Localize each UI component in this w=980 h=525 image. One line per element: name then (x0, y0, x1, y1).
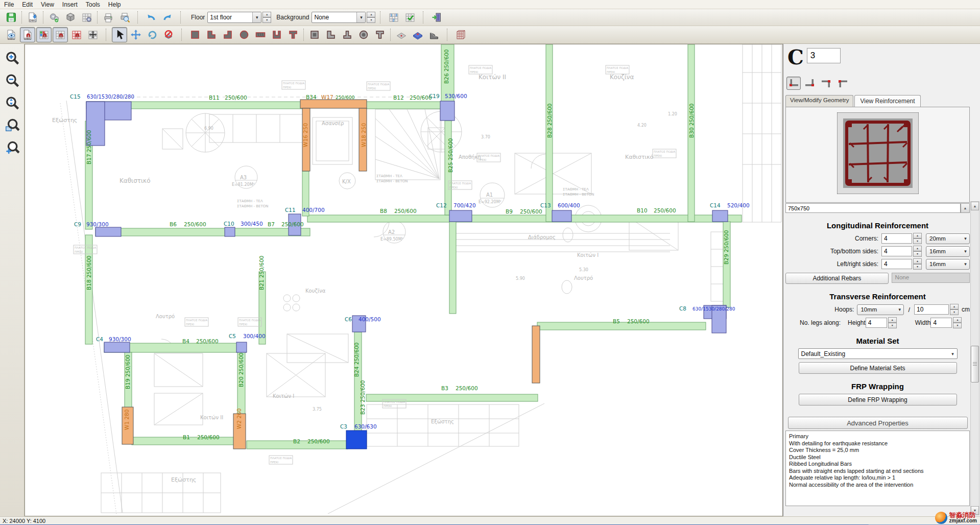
snap-red-button[interactable] (69, 27, 84, 42)
shear-wall[interactable] (532, 326, 540, 383)
print-button[interactable] (101, 10, 116, 25)
check-grid-button[interactable] (402, 10, 418, 25)
orientation-icon-2[interactable] (803, 77, 817, 90)
legs-height-spinner[interactable]: ▴▾ (888, 317, 897, 328)
legs-width-input[interactable] (930, 318, 952, 328)
shear-wall[interactable] (300, 100, 367, 108)
zoom-extents-button[interactable] (3, 94, 21, 112)
rebar-diameter-combo[interactable]: 16mm▾ (926, 259, 970, 270)
select-arrow-button[interactable] (112, 27, 127, 42)
wall-T-button[interactable] (340, 27, 355, 42)
grid-settings-button[interactable] (79, 10, 94, 25)
beam[interactable] (449, 222, 456, 314)
menu-edit[interactable]: Edit (18, 1, 37, 9)
menu-file[interactable]: File (0, 1, 18, 9)
column[interactable] (95, 227, 121, 236)
zoom-pan-button[interactable] (3, 139, 21, 157)
chevron-down-icon[interactable]: ▾ (252, 12, 261, 22)
section-size-field[interactable] (785, 203, 961, 213)
beam[interactable] (364, 102, 441, 109)
advanced-properties-button[interactable]: Advanced Properties (788, 417, 968, 429)
column[interactable] (440, 101, 455, 121)
orientation-icon-4[interactable] (835, 77, 850, 90)
cube-3d-button[interactable] (63, 10, 78, 25)
beam[interactable] (307, 215, 742, 222)
column-selected[interactable] (346, 431, 367, 449)
dwg-snap-button[interactable]: DWG (20, 27, 35, 42)
print-preview-button[interactable] (117, 10, 132, 25)
menu-tools[interactable]: Tools (82, 1, 104, 9)
background-spinner[interactable]: ▴▾ (367, 12, 375, 23)
floor-spinner[interactable]: ▴▾ (262, 12, 271, 23)
legs-height-input[interactable] (866, 318, 887, 328)
rebar-diameter-combo[interactable]: 20mm▾ (926, 233, 970, 244)
redo-button[interactable] (160, 10, 175, 25)
save-button[interactable] (4, 10, 19, 25)
menu-insert[interactable]: Insert (58, 1, 82, 9)
sec-T-button[interactable] (285, 27, 301, 42)
zoom-window-button[interactable] (3, 116, 21, 135)
renumber-grid-button[interactable]: 132 (386, 10, 401, 25)
wall-square-button[interactable] (307, 27, 322, 42)
orientation-icon-1[interactable] (786, 77, 801, 90)
beam[interactable] (537, 322, 706, 330)
settings-gears-button[interactable] (46, 10, 62, 25)
rebar-count-spinner[interactable]: ▴▾ (913, 233, 922, 244)
rebar-count-spinner[interactable]: ▴▾ (913, 246, 922, 257)
zoom-out-button[interactable] (3, 71, 21, 90)
sec-circle-button[interactable] (236, 27, 252, 42)
floorplan-svg[interactable]: ΠΛΑΤΟΣ ΠΟΔΙΑΠΡΕΚΙΠΛΑΤΟΣ ΠΟΔΙΑΠΡΕΚΙΠΛΑΤΟΣ… (25, 44, 783, 517)
grid-cross-button[interactable] (85, 27, 101, 42)
column[interactable] (449, 210, 472, 222)
snap-colored-button[interactable] (36, 27, 52, 42)
sec-corner-button[interactable] (220, 27, 235, 42)
material-set-combo[interactable]: Default_Existing▾ (798, 348, 958, 359)
rebar-count-input[interactable] (881, 246, 912, 256)
rebar-diameter-combo[interactable]: 16mm▾ (926, 246, 970, 257)
snap-grid-button[interactable] (53, 27, 68, 42)
define-material-sets-button[interactable]: Define Material Sets (799, 362, 957, 374)
legs-width-spinner[interactable]: ▴▾ (953, 317, 962, 328)
sec-U-button[interactable] (269, 27, 284, 42)
scroll-up-icon[interactable]: ▲ (961, 203, 970, 213)
wall-T2-button[interactable] (372, 27, 388, 42)
rebar-count-input[interactable] (881, 259, 912, 269)
column[interactable] (104, 342, 130, 352)
sec-square-button[interactable] (187, 27, 203, 42)
ramp-button[interactable] (426, 27, 442, 42)
additional-rebars-button[interactable]: Additional Rebars (785, 273, 889, 284)
chevron-down-icon[interactable]: ▾ (356, 12, 365, 22)
panel-scrollbar[interactable]: ▲ ▼ (970, 201, 979, 515)
define-frp-wrapping-button[interactable]: Define FRP Wrapping (799, 394, 957, 405)
slab-blue-button[interactable] (410, 27, 425, 42)
building-3d-button[interactable] (453, 27, 468, 42)
rebar-count-spinner[interactable]: ▴▾ (913, 258, 922, 270)
undo-button[interactable] (144, 10, 159, 25)
hoops-spacing-input[interactable] (914, 304, 949, 315)
hoops-diameter-combo[interactable]: 10mm▾ (857, 304, 904, 315)
floorplan-canvas[interactable]: ΠΛΑΤΟΣ ΠΟΔΙΑΠΡΕΚΙΠΛΑΤΟΣ ΠΟΔΙΑΠΡΕΚΙΠΛΑΤΟΣ… (25, 44, 783, 516)
rotate-button[interactable] (145, 27, 160, 42)
zoom-in-button[interactable] (3, 49, 21, 67)
floor-combo[interactable]: 1st floor▾ (207, 12, 261, 23)
column[interactable] (225, 227, 235, 236)
wall-circle-button[interactable] (356, 27, 371, 42)
sec-wide-button[interactable] (253, 27, 268, 42)
sec-L-button[interactable] (204, 27, 219, 42)
slab-flat-button[interactable] (394, 27, 409, 42)
rebar-count-input[interactable] (881, 233, 912, 244)
dwg-view-button[interactable]: DWG (4, 27, 19, 42)
beam[interactable] (95, 228, 310, 236)
hoops-spacing-spinner[interactable]: ▴▾ (950, 304, 959, 315)
move-button[interactable] (128, 27, 144, 42)
menu-help[interactable]: Help (104, 1, 125, 9)
dwg-import-button[interactable]: DWG (25, 10, 40, 25)
wall-L-button[interactable] (323, 27, 339, 42)
background-combo[interactable]: None▾ (312, 12, 366, 23)
section-number-input[interactable] (807, 48, 841, 63)
tab-view-reinforcement[interactable]: View Reinforcement (854, 95, 920, 107)
menu-view[interactable]: View (37, 1, 58, 9)
orientation-icon-3[interactable] (819, 77, 833, 90)
tab-view-modify-geometry[interactable]: View/Modify Geometry (785, 95, 853, 107)
exit-door-button[interactable] (429, 10, 444, 25)
